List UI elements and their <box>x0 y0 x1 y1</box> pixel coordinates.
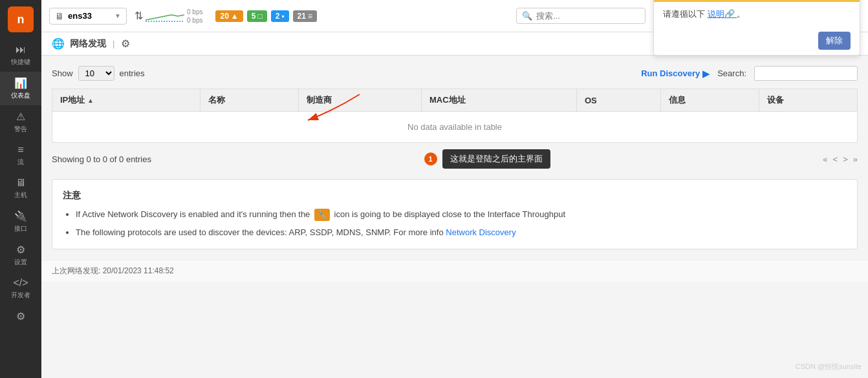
network-discovery-link[interactable]: Network Discovery <box>446 227 515 237</box>
sidebar-item-shortcuts[interactable]: ⏭ 快捷键 <box>0 39 41 72</box>
main-wrapper: 🖥 ens33 ▼ ⇅ 0 bps 0 bps 20 ▲ 5 □ <box>41 0 868 378</box>
run-discovery-button[interactable]: Run Discovery ▶ <box>641 68 710 79</box>
notification-link[interactable]: 说明🔗 <box>708 9 737 19</box>
play-icon: ▶ <box>702 68 710 79</box>
col-ip[interactable]: IP地址 ▲ <box>52 89 201 112</box>
sidebar-item-flow[interactable]: ≡ 流 <box>0 139 41 172</box>
table-header-row: IP地址 ▲ 名称 制造商 MAC地址 OS <box>52 89 858 112</box>
table-search-input[interactable] <box>754 66 858 81</box>
pagination-prev[interactable]: < <box>833 154 838 164</box>
sidebar-item-interfaces[interactable]: 🔌 接口 <box>0 205 41 238</box>
callout-area: 1 这就是登陆之后的主界面 <box>424 149 550 169</box>
sidebar-item-hosts[interactable]: 🖥 主机 <box>0 172 41 205</box>
badge-alerts-icon: ▲ <box>231 12 239 21</box>
interfaces-icon: 🔌 <box>14 210 27 222</box>
col-mac[interactable]: MAC地址 <box>422 89 577 112</box>
no-data-row: No data available in table <box>52 112 858 143</box>
topbar: 🖥 ens33 ▼ ⇅ 0 bps 0 bps 20 ▲ 5 □ <box>41 0 868 32</box>
sidebar-item-label: 开发者 <box>11 291 30 300</box>
flow-icon: ≡ <box>17 144 23 156</box>
callout-tooltip: 这就是登陆之后的主界面 <box>442 149 550 169</box>
pagination-first[interactable]: « <box>823 154 827 164</box>
notes-title: 注意 <box>63 190 847 202</box>
list-item: The following protocols are used to disc… <box>76 226 847 239</box>
sidebar-item-label: 流 <box>17 158 24 167</box>
filter-icon[interactable]: ⚙ <box>121 37 130 50</box>
breadcrumb-separator: | <box>113 39 114 48</box>
notes-section: 注意 If Active Network Discovery is enable… <box>52 179 858 249</box>
page-footer: 上次网络发现: 20/01/2023 11:48:52 <box>41 260 868 282</box>
badge-misc-icon: ≡ <box>308 12 312 21</box>
developer-icon: </> <box>13 277 28 289</box>
col-name[interactable]: 名称 <box>200 89 298 112</box>
sidebar-item-label: 警告 <box>14 125 27 134</box>
table-footer: Showing 0 to 0 of 0 entries 1 这就是登陆之后的主界… <box>52 149 858 169</box>
entries-label: entries <box>120 68 145 78</box>
col-os[interactable]: OS <box>576 89 660 112</box>
search-icon: 🔍 <box>522 11 532 21</box>
showing-text: Showing 0 to 0 of 0 entries <box>52 154 151 164</box>
sidebar: n ⏭ 快捷键 📊 仪表盘 ⚠ 警告 ≡ 流 🖥 主机 🔌 接口 ⚙ 设置 </… <box>0 0 41 378</box>
entries-select[interactable]: 10 25 50 100 <box>78 66 114 81</box>
pagination-next[interactable]: > <box>843 154 848 164</box>
alerts-icon: ⚠ <box>16 110 25 123</box>
alert-badges: 20 ▲ 5 □ 2 ▪ 21 ≡ <box>215 10 317 22</box>
topbar-search-input[interactable] <box>536 11 640 21</box>
last-discovery-text: 上次网络发现: 20/01/2023 11:48:52 <box>52 266 174 275</box>
dashboard-icon: 📊 <box>14 77 27 89</box>
watermark: CSDN @恒悦sunsite <box>796 362 862 372</box>
sidebar-item-developer[interactable]: </> 开发者 <box>0 272 41 305</box>
sort-arrow-icon: ▲ <box>87 97 94 104</box>
interface-selector[interactable]: 🖥 ens33 ▼ <box>49 8 127 25</box>
more-icon: ⚙ <box>16 310 25 322</box>
interface-name: ens33 <box>68 11 92 21</box>
badge-alerts[interactable]: 20 ▲ <box>215 10 243 22</box>
shortcuts-icon: ⏭ <box>16 44 26 56</box>
table-section: Show 10 25 50 100 entries Run Discovery … <box>41 56 868 179</box>
page-content: 🌐 网络发现 | ⚙ Show 10 25 50 100 entries <box>41 32 868 378</box>
sidebar-item-settings[interactable]: ⚙ 设置 <box>0 238 41 272</box>
badge-flows[interactable]: 2 ▪ <box>271 10 289 22</box>
list-item: If Active Network Discovery is enabled a… <box>76 208 847 221</box>
badge-hosts-icon: □ <box>257 12 262 21</box>
badge-misc[interactable]: 21 ≡ <box>293 10 317 22</box>
sidebar-item-label: 主机 <box>14 191 27 200</box>
sidebar-item-dashboard[interactable]: 📊 仪表盘 <box>0 72 41 105</box>
chevron-down-icon: ▼ <box>114 12 121 19</box>
col-info[interactable]: 信息 <box>661 89 759 112</box>
search-label: Search: <box>717 68 746 78</box>
callout-number: 1 <box>424 152 437 165</box>
pagination: « < > » <box>823 154 858 164</box>
network-discovery-icon: 🌐 <box>52 37 65 50</box>
traffic-graph <box>146 8 184 24</box>
sidebar-item-label: 接口 <box>14 224 27 233</box>
badge-hosts[interactable]: 5 □ <box>247 10 267 22</box>
hosts-icon: 🖥 <box>16 177 26 189</box>
sidebar-item-more[interactable]: ⚙ <box>0 305 41 328</box>
discovery-badge-icon: 🔧 <box>314 209 330 221</box>
show-entries: Show 10 25 50 100 entries <box>52 66 145 81</box>
sidebar-item-label: 快捷键 <box>11 58 30 67</box>
breadcrumb: 🌐 网络发现 <box>52 37 106 50</box>
show-label: Show <box>52 68 73 78</box>
traffic-values: 0 bps 0 bps <box>187 8 202 25</box>
traffic-arrows-icon: ⇅ <box>135 10 143 22</box>
sidebar-item-label: 仪表盘 <box>11 91 30 100</box>
traffic-widget: ⇅ 0 bps 0 bps <box>135 8 202 25</box>
pagination-last[interactable]: » <box>853 154 858 164</box>
notification-popup: ⚠ 在没有地理位置支持的情况下运行 请遵循以下 说明🔗 。 解除 <box>653 0 860 56</box>
badge-flows-icon: ▪ <box>281 12 284 21</box>
topbar-search-box: 🔍 <box>516 8 646 24</box>
col-device[interactable]: 设备 <box>759 89 858 112</box>
breadcrumb-text: 网络发现 <box>70 38 106 50</box>
interface-icon: 🖥 <box>55 11 64 21</box>
notification-body: 请遵循以下 说明🔗 。 <box>654 2 860 26</box>
sidebar-item-alerts[interactable]: ⚠ 警告 <box>0 105 41 139</box>
dismiss-button[interactable]: 解除 <box>818 32 851 50</box>
annotation-arrow <box>295 91 373 123</box>
settings-icon: ⚙ <box>16 244 25 256</box>
app-logo[interactable]: n <box>8 6 34 32</box>
sidebar-item-label: 设置 <box>14 258 27 267</box>
table-controls: Show 10 25 50 100 entries Run Discovery … <box>52 66 858 81</box>
data-table: IP地址 ▲ 名称 制造商 MAC地址 OS <box>52 89 858 143</box>
